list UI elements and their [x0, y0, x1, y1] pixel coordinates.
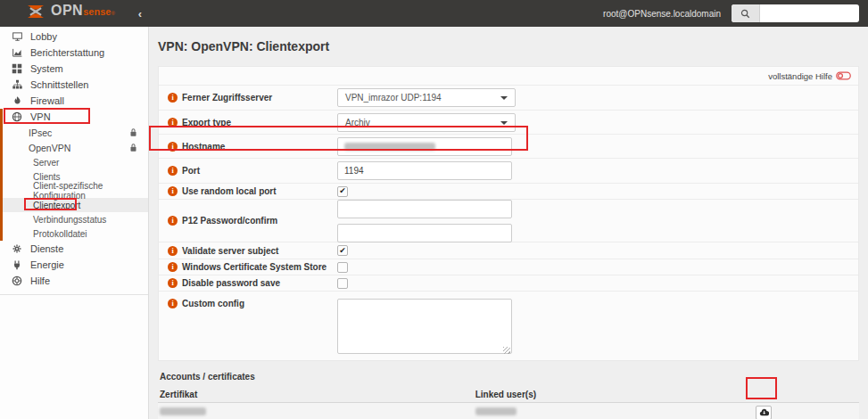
- field-label: Use random local port: [182, 186, 277, 196]
- download-button[interactable]: [756, 406, 772, 419]
- column-header-linked-users: Linked user(s): [474, 387, 754, 403]
- info-icon[interactable]: [168, 262, 178, 272]
- form-row-validate-server-subject: Validate server subject: [159, 242, 858, 259]
- form-row-custom-config: Custom config: [159, 291, 858, 360]
- settings-panel: vollständige Hilfe Ferner Zugriffsserver…: [158, 66, 859, 361]
- field-label: Export type: [182, 118, 231, 127]
- form-row-p12-password: P12 Password/confirm: [159, 199, 858, 242]
- brand-registered-mark: ®: [111, 11, 114, 16]
- custom-config-textarea[interactable]: [337, 299, 512, 354]
- opnsense-logo-icon: [25, 3, 46, 24]
- port-input[interactable]: [337, 161, 512, 180]
- info-icon[interactable]: [168, 299, 178, 308]
- redacted-value: [344, 143, 435, 151]
- sidebar-item-label: System: [30, 63, 63, 74]
- form-row-use-random-local-port: Use random local port: [159, 183, 858, 199]
- info-icon[interactable]: [168, 186, 178, 196]
- info-icon[interactable]: [168, 278, 178, 288]
- lock-icon: [129, 127, 137, 137]
- windows-certificate-store-checkbox[interactable]: [337, 262, 348, 273]
- field-label: Windows Certificate System Store: [182, 262, 327, 272]
- help-toggle-icon[interactable]: [836, 71, 851, 80]
- search-box[interactable]: [732, 4, 859, 22]
- redacted-certificate-name: [160, 407, 206, 415]
- info-icon[interactable]: [168, 246, 178, 256]
- p12-password-input[interactable]: [337, 200, 512, 218]
- remote-access-server-select[interactable]: VPN_imrazor UDP:1194: [337, 88, 516, 107]
- info-icon[interactable]: [168, 93, 178, 103]
- fire-icon: [11, 95, 23, 107]
- column-header-actions: [754, 387, 859, 403]
- form-row-remote-access-server: Ferner Zugriffsserver VPN_imrazor UDP:11…: [159, 85, 858, 110]
- field-label: Hostname: [182, 142, 225, 152]
- info-icon[interactable]: [168, 216, 178, 226]
- lock-icon: [129, 143, 137, 152]
- redacted-linked-user: [475, 407, 517, 415]
- sidebar-item-label: VPN: [30, 111, 51, 122]
- globe-icon: [11, 111, 23, 123]
- disable-password-save-checkbox[interactable]: [337, 278, 348, 289]
- sitemap-icon: [11, 79, 23, 91]
- form-row-disable-password-save: Disable password save: [159, 275, 858, 291]
- sidebar-item-berichterstattung[interactable]: Berichterstattung: [0, 45, 148, 61]
- sidebar-item-firewall[interactable]: Firewall: [0, 93, 148, 109]
- cloud-download-icon: [759, 408, 769, 416]
- resize-handle[interactable]: [503, 347, 510, 354]
- p12-password-confirm-input[interactable]: [337, 224, 512, 242]
- sidebar-divider: [0, 294, 148, 295]
- sidebar-item-ipsec[interactable]: IPsec: [0, 125, 148, 140]
- sidebar-item-label: Verbindungsstatus: [33, 215, 106, 225]
- life-ring-icon: [11, 275, 23, 287]
- sidebar-item-label: Berichterstattung: [30, 47, 104, 58]
- topbar-right: root@OPNsense.localdomain: [603, 4, 859, 22]
- info-icon[interactable]: [168, 118, 178, 127]
- field-label: Custom config: [182, 299, 244, 308]
- field-label: Port: [182, 166, 200, 176]
- sidebar-item-openvpn[interactable]: OpenVPN: [0, 140, 148, 155]
- search-input[interactable]: [760, 5, 858, 21]
- active-section-indicator: [0, 109, 3, 241]
- sidebar-item-label: Firewall: [30, 95, 64, 106]
- opnsense-app: OPNsense® ‹ root@OPNsense.localdomain Lo…: [0, 0, 868, 419]
- sidebar-item-client-spezifische-konfiguration[interactable]: Client-spezifische Konfiguration: [0, 184, 148, 198]
- sidebar-section-vpn: VPN IPsec OpenVPN Server Clients Client-…: [0, 109, 148, 241]
- sidebar-item-schnittstellen[interactable]: Schnittstellen: [0, 77, 148, 93]
- accounts-section: Accounts / certificates Zertifikat Linke…: [158, 368, 859, 419]
- sidebar-item-vpn[interactable]: VPN: [0, 109, 148, 125]
- sidebar-item-label: IPsec: [29, 127, 52, 138]
- sidebar-item-lobby[interactable]: Lobby: [0, 29, 148, 45]
- opnsense-logo[interactable]: OPNsense®: [25, 3, 115, 24]
- table-row: [158, 403, 859, 419]
- hostname-input[interactable]: [337, 137, 512, 156]
- info-icon[interactable]: [168, 142, 178, 152]
- sidebar-item-system[interactable]: System: [0, 61, 148, 77]
- selected-value: VPN_imrazor UDP:1194: [345, 93, 442, 103]
- use-random-local-port-checkbox[interactable]: [337, 186, 348, 197]
- export-type-select[interactable]: Archiv: [337, 113, 516, 132]
- field-label: Disable password save: [182, 278, 280, 288]
- info-icon[interactable]: [168, 166, 178, 176]
- sidebar-item-label: Schnittstellen: [30, 79, 88, 90]
- page-title: VPN: OpenVPN: Clientexport: [158, 39, 859, 53]
- panel-header: vollständige Hilfe: [159, 67, 858, 85]
- full-help-label[interactable]: vollständige Hilfe: [768, 71, 832, 81]
- form-row-windows-certificate-store: Windows Certificate System Store: [159, 259, 858, 275]
- sidebar-item-verbindungsstatus[interactable]: Verbindungsstatus: [0, 212, 148, 226]
- plug-icon: [11, 259, 23, 271]
- grid-icon: [11, 63, 23, 75]
- sidebar-collapse-icon[interactable]: ‹: [138, 7, 142, 21]
- sidebar-item-label: Protokolldatei: [33, 229, 87, 239]
- sidebar-item-server[interactable]: Server: [0, 155, 148, 169]
- table-header-row: Zertifikat Linked user(s): [158, 387, 859, 403]
- main-content: VPN: OpenVPN: Clientexport vollständige …: [149, 27, 868, 419]
- area-chart-icon: [11, 47, 23, 59]
- sidebar-item-dienste[interactable]: Dienste: [0, 241, 148, 257]
- sidebar-item-hilfe[interactable]: Hilfe: [0, 273, 148, 289]
- sidebar-item-protokolldatei[interactable]: Protokolldatei: [0, 226, 148, 241]
- validate-server-subject-checkbox[interactable]: [337, 245, 348, 256]
- certificates-table: Zertifikat Linked user(s): [158, 387, 859, 419]
- field-label: Ferner Zugriffsserver: [182, 93, 272, 103]
- selected-value: Archiv: [345, 118, 370, 127]
- search-icon: [732, 4, 760, 22]
- sidebar-item-energie[interactable]: Energie: [0, 257, 148, 273]
